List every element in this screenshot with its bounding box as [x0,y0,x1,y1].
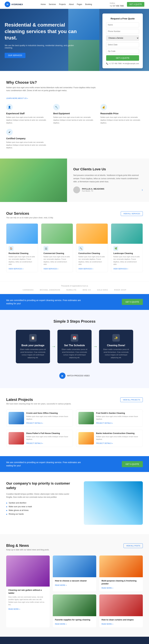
quote-phone-input[interactable] [106,29,139,34]
step-title-0: Book your package [19,344,46,347]
project-desc-3: Nullam quis risus eget urna mollis trist… [96,435,140,440]
step-desc-1: Etiam mattis consectetur purus sit amet … [61,348,88,359]
quote-name-input[interactable] [106,22,139,27]
why-title-3: Certified Company [6,137,48,140]
why-icon-2: 💰 [100,104,107,110]
blog-link-1[interactable]: READ MORE » [55,584,67,586]
quote-date-input[interactable] [106,42,139,47]
testimonial-heading: Our Clients Love Us [73,167,143,171]
blog-image-1 [53,556,96,577]
projects-view-all-btn[interactable]: VIEW ALL PROJECTS [120,398,143,402]
blog-link-0[interactable]: READ MORE » [8,608,20,610]
service-image-2 [76,224,108,244]
testimonial-author: PHYLLIS A. MEADOWS Fort Worth, TX › [73,186,143,193]
cta-btn-1[interactable]: GET A QUOTE [122,299,143,305]
services-heading: Our Services [6,211,54,216]
nav-quote-btn[interactable]: GET A QUOTE [127,2,144,7]
blog-body-0: Cleaning out rain gutters without a ladd… [6,586,50,612]
why-choose-section: Why Choose Us? Nullam quis risus eget ur… [0,71,149,158]
nav-pages[interactable]: Pages [77,3,82,6]
hero-section: Residential & commercial cleaning servic… [0,9,149,71]
safety-item-1: Make sure you wear a mask [6,506,76,508]
step-card-1: 📅 Set The Schedule Etiam mattis consecte… [58,330,92,363]
learn-more-link[interactable]: LEARN MORE ABOUT US » [6,97,28,99]
nav-home[interactable]: Home [41,3,46,6]
step-card-2: ✨ Cleaning Done! Etiam mattis consectetu… [99,330,133,363]
safety-image-inner [84,481,143,525]
nav-booking[interactable]: Booking [85,3,92,6]
service-card-3: 🌿 Landscape Cleaning Nullam quis risus e… [111,224,143,272]
project-card-3: Banks Industries Construction Cleaning N… [76,430,143,447]
projects-grid: Cronin and Sons Office Cleaning Nullam q… [6,410,143,447]
step-desc-0: Etiam mattis consectetur purus sit amet … [19,348,46,359]
service-link-0[interactable]: VIEW SERVICES » [8,268,24,270]
service-link-2[interactable]: VIEW SERVICES » [78,268,93,270]
project-image-2 [8,432,24,444]
nav-about[interactable]: About [69,3,74,6]
service-title-1: Commercial Cleaning [44,252,70,254]
trust-logos: CARDENAS MICHAEL ANDERSON NUMULITE BIKE … [6,289,143,291]
logo[interactable]: H HYDRONEX [5,2,23,7]
why-icon-0: 👤 [6,104,13,110]
play-icon: ▶ [59,372,66,379]
watch-label: WATCH PROCESS VIDEO [67,375,90,377]
services-view-all-btn[interactable]: VIEW ALL SERVICES [121,211,143,216]
project-link-1[interactable]: PROJECT DETAILS » [96,422,113,424]
services-header-text: Our Services You can rely on us to make … [6,211,54,219]
trust-logo-5: RIDER SHOP [114,289,126,291]
testimonial-next-btn[interactable]: › [142,188,143,192]
service-image-3 [111,224,143,244]
watch-process-btn[interactable]: ▶ WATCH PROCESS VIDEO [59,372,90,379]
logo-icon: H [5,2,10,7]
service-title-3: Landscape Cleaning [113,252,140,254]
steps-row: 📋 Book your package Etiam mattis consect… [6,330,143,363]
quote-service-select[interactable]: Choose a Service [106,36,139,41]
step-desc-2: Etiam mattis consectetur purus sit amet … [102,348,130,359]
project-link-2[interactable]: PROJECT DETAILS » [26,442,43,444]
why-desc-3: Nullam quis risus eget urna et ante nec … [6,141,48,149]
cta-btn-2[interactable]: GET A QUOTE [122,461,143,467]
blog-link-2[interactable]: READ MORE » [102,587,113,589]
service-icon-1: 🏢 [44,246,48,251]
service-card-2: 🔨 Construction Cleaning Nullam quis risu… [76,224,108,272]
why-title-2: Reasonable Price [100,112,143,115]
nav-projects[interactable]: Projects [59,3,66,6]
blog-link-4[interactable]: READ MORE » [102,623,113,625]
project-link-0[interactable]: PROJECT DETAILS » [26,422,43,424]
hero-content: Residential & commercial cleaning servic… [5,22,79,58]
trust-logo-1: MICHAEL ANDERSON [40,289,60,291]
blog-title-0: Cleaning out rain gutters without a ladd… [8,589,48,594]
quote-zip-input[interactable] [106,49,139,54]
project-card-1: Fred Smith's Garden Cleaning Nullam quis… [76,410,143,427]
project-desc-0: Nullam quis risus eget urna mollis trist… [26,415,70,420]
quote-submit-btn[interactable]: GET A QUOTE [106,55,139,61]
steps-heading: Simple 3 Steps Process [6,319,143,324]
phone-number: +1 727 456 7890 [110,5,124,7]
services-header: Our Services You can rely on us to make … [6,211,143,219]
safety-item-2: Make gloves at all times [6,509,76,512]
trust-logo-0: CARDENAS [23,289,34,291]
service-icon-2: 🔨 [78,246,83,251]
trust-bar: Thousands of organizations trust us CARD… [0,282,149,294]
why-item-0: 👤 Experienced Staff Nullam quis risus eg… [6,104,48,124]
hero-services-btn[interactable]: OUR SERVICES [5,53,26,58]
projects-section: Latest Projects We have been cleaning ki… [0,388,149,456]
form-phone: 📞 +1 727 456 7890 [106,62,122,64]
blog-section: Blog & News Keep up to date with our lat… [0,534,149,637]
service-desc-3: Nullam quis risus eget urna et ante nec … [113,256,140,266]
service-image-1 [41,224,73,244]
why-choose-heading: Why Choose Us? [6,80,143,84]
blog-link-3[interactable]: READ MORE » [55,623,67,625]
project-link-3[interactable]: PROJECT DETAILS » [96,442,113,444]
why-item-2: 💰 Reasonable Price Nullam quis risus ege… [100,104,143,124]
service-link-1[interactable]: VIEW SERVICES » [44,268,58,270]
blog-view-all-btn[interactable]: VIEW ALL POSTS [124,544,143,548]
project-card-0: Cronin and Sons Office Cleaning Nullam q… [6,410,73,427]
safety-image [84,481,143,525]
service-link-3[interactable]: VIEW SERVICES » [113,268,128,270]
blog-image-4 [99,594,143,616]
blog-card-0: Cleaning out rain gutters without a ladd… [6,556,50,628]
nav-services[interactable]: Services [49,3,56,6]
blog-title-2: Multi-purpose cleaning & freshening powd… [102,580,140,585]
trust-logo-2: NUMULITE [66,289,76,291]
